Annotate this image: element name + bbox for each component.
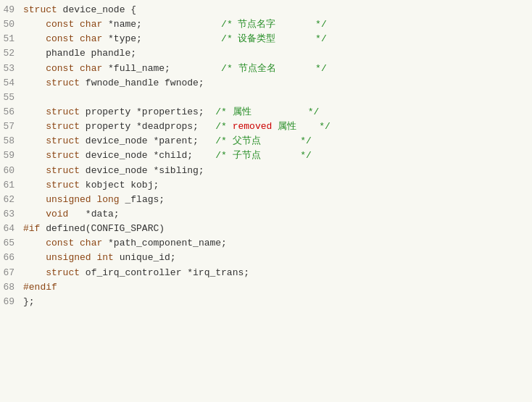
line-number: 55 — [0, 91, 23, 105]
code-line: 60 struct device_node *sibling; — [0, 164, 532, 178]
token: device_node *parent; — [80, 135, 199, 146]
line-content: phandle phandle; — [23, 46, 526, 61]
code-line: 69}; — [0, 295, 532, 309]
token: const — [46, 33, 74, 44]
line-number: 53 — [0, 62, 23, 76]
line-content: struct device_node { — [23, 3, 526, 17]
code-line: 53 const char *full_name; /* 节点全名 */ — [0, 62, 532, 76]
line-content: const char *full_name; /* 节点全名 */ — [23, 62, 526, 76]
token: device_node *child; — [80, 150, 193, 161]
line-content: const char *path_component_name; — [23, 236, 526, 251]
token: int — [96, 252, 113, 263]
code-line: 62 unsigned long _flags; — [0, 193, 532, 207]
code-container: 49struct device_node {50 const char *nam… — [0, 0, 532, 402]
token: fwnode_handle fwnode; — [80, 78, 204, 88]
token: 属性 */ — [272, 121, 331, 132]
token: #if — [23, 223, 40, 234]
code-line: 55 — [0, 91, 532, 105]
code-line: 67 struct of_irq_controller *irq_trans; — [0, 266, 532, 280]
line-content: #endif — [23, 280, 526, 295]
code-line: 61 struct kobject kobj; — [0, 178, 532, 193]
token: struct — [46, 180, 80, 190]
token: property *properties; — [80, 106, 204, 117]
token: struct — [46, 165, 80, 176]
token: void — [46, 209, 68, 219]
code-line: 58 struct device_node *parent; /* 父节点 */ — [0, 134, 532, 148]
line-content: unsigned int unique_id; — [23, 251, 526, 265]
line-content — [23, 91, 526, 105]
token: phandle phandle; — [23, 48, 136, 59]
line-number: 64 — [0, 222, 23, 236]
token: *type; — [102, 33, 142, 44]
token: unique_id; — [114, 252, 176, 263]
token: struct — [46, 78, 80, 88]
token: defined(CONFIG_SPARC) — [40, 223, 165, 234]
line-number: 61 — [0, 178, 23, 193]
token: const — [46, 63, 74, 74]
token: char — [80, 63, 102, 74]
line-number: 49 — [0, 3, 23, 17]
token: #endif — [23, 282, 57, 293]
token: kobject kobj; — [80, 180, 159, 190]
line-content: struct device_node *parent; /* 父节点 */ — [23, 134, 526, 148]
code-line: 64#if defined(CONFIG_SPARC) — [0, 222, 532, 236]
line-number: 66 — [0, 251, 23, 265]
line-number: 54 — [0, 76, 23, 91]
line-content: struct property *deadprops; /* removed 属… — [23, 120, 526, 134]
code-line: 68#endif — [0, 280, 532, 295]
token: const — [46, 19, 74, 30]
token: /* 设备类型 */ — [142, 33, 327, 44]
token: /* 节点全名 */ — [170, 63, 327, 74]
line-content: struct fwnode_handle fwnode; — [23, 76, 526, 91]
token: struct — [46, 121, 80, 132]
token: struct — [46, 135, 80, 146]
token: struct — [46, 150, 80, 161]
token: device_node { — [57, 4, 136, 15]
line-content: struct of_irq_controller *irq_trans; — [23, 266, 526, 280]
token: unsigned — [46, 194, 91, 205]
line-number: 67 — [0, 266, 23, 280]
token: /* 节点名字 */ — [142, 19, 327, 30]
token: }; — [23, 296, 35, 307]
token: /* 子节点 */ — [193, 150, 312, 161]
code-line: 56 struct property *properties; /* 属性 */ — [0, 105, 532, 120]
line-number: 60 — [0, 164, 23, 178]
line-number: 57 — [0, 120, 23, 134]
line-number: 52 — [0, 46, 23, 61]
token: long — [96, 194, 119, 205]
token: device_node *sibling; — [80, 165, 204, 176]
line-content: struct device_node *child; /* 子节点 */ — [23, 148, 526, 163]
token: _flags; — [120, 194, 165, 205]
line-content: struct kobject kobj; — [23, 178, 526, 193]
code-line: 51 const char *type; /* 设备类型 */ — [0, 32, 532, 46]
token: char — [80, 238, 102, 248]
line-number: 63 — [0, 207, 23, 222]
line-content: struct property *properties; /* 属性 */ — [23, 105, 526, 120]
line-number: 62 — [0, 193, 23, 207]
token: unsigned — [46, 252, 91, 263]
token: struct — [46, 267, 80, 278]
token: struct — [46, 106, 80, 117]
code-line: 52 phandle phandle; — [0, 46, 532, 61]
line-content: struct device_node *sibling; — [23, 164, 526, 178]
line-number: 50 — [0, 17, 23, 32]
line-number: 68 — [0, 280, 23, 295]
code-line: 54 struct fwnode_handle fwnode; — [0, 76, 532, 91]
token: char — [80, 19, 102, 30]
line-content: #if defined(CONFIG_SPARC) — [23, 222, 526, 236]
token: *name; — [102, 19, 142, 30]
token: const — [46, 238, 74, 248]
token: removed — [233, 121, 273, 132]
code-line: 50 const char *name; /* 节点名字 */ — [0, 17, 532, 32]
line-number: 51 — [0, 32, 23, 46]
token: /* 父节点 */ — [199, 135, 312, 146]
line-number: 69 — [0, 295, 23, 309]
token: struct — [23, 4, 57, 15]
token: property *deadprops; — [80, 121, 199, 132]
line-content: unsigned long _flags; — [23, 193, 526, 207]
token: *path_component_name; — [102, 238, 227, 248]
line-number: 59 — [0, 148, 23, 163]
token: *data; — [68, 209, 119, 219]
token: char — [80, 33, 102, 44]
code-line: 65 const char *path_component_name; — [0, 236, 532, 251]
